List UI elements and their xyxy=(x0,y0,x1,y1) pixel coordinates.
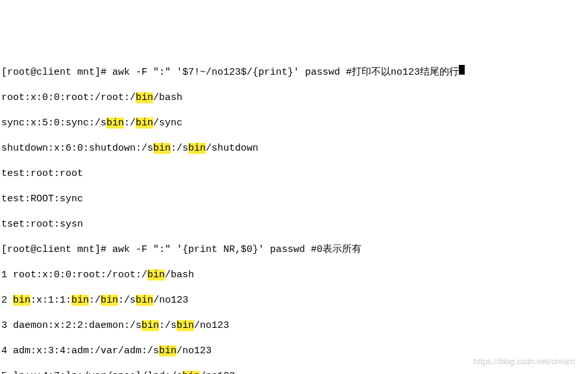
output-line: shutdown:x:6:0:shutdown:/sbin:/sbin/shut… xyxy=(1,142,587,155)
highlight-bin: bin xyxy=(182,371,200,375)
highlight-bin: bin xyxy=(177,320,194,331)
command-text: awk -F ":" '$7!~/no123$/{print}' passwd xyxy=(112,67,346,78)
prompt: [root@client mnt]# xyxy=(1,67,112,78)
highlight-bin: bin xyxy=(13,295,31,306)
watermark-text: https://blog.csdn.net/dream xyxy=(473,356,575,368)
comment-text: #打印不以no123结尾的行 xyxy=(346,67,459,78)
highlight-bin: bin xyxy=(141,320,159,331)
comment-text: #0表示所有 xyxy=(311,244,361,255)
output-line: 5 lp:x:4:7:lp:/var/spool/lpd:/sbin/no123 xyxy=(1,370,587,375)
output-line: 1 root:x:0:0:root:/root:/bin/bash xyxy=(1,269,587,282)
highlight-bin: bin xyxy=(136,295,153,306)
prompt: [root@client mnt]# xyxy=(1,244,112,255)
output-line: test:root:root xyxy=(1,168,587,181)
command-text: awk -F ":" '{print NR,$0}' passwd xyxy=(112,244,311,255)
highlight-bin: bin xyxy=(71,295,89,306)
output-line: sync:x:5:0:sync:/sbin:/bin/sync xyxy=(1,117,587,130)
output-line: 2 bin:x:1:1:bin:/bin:/sbin/no123 xyxy=(1,294,587,307)
highlight-bin: bin xyxy=(147,269,165,280)
highlight-bin: bin xyxy=(159,345,177,356)
output-line: tset:root:sysn xyxy=(1,218,587,231)
highlight-bin: bin xyxy=(136,92,153,103)
highlight-bin: bin xyxy=(153,143,171,154)
output-line: 3 daemon:x:2:2:daemon:/sbin:/sbin/no123 xyxy=(1,319,587,332)
command-line-1: [root@client mnt]# awk -F ":" '$7!~/no12… xyxy=(1,65,587,79)
output-line: test:ROOT:sync xyxy=(1,193,587,206)
highlight-bin: bin xyxy=(136,118,153,129)
highlight-bin: bin xyxy=(188,143,206,154)
command-line-2: [root@client mnt]# awk -F ":" '{print NR… xyxy=(1,243,587,256)
highlight-bin: bin xyxy=(101,295,118,306)
terminal-output: [root@client mnt]# awk -F ":" '$7!~/no12… xyxy=(1,52,587,374)
highlight-bin: bin xyxy=(106,118,124,129)
output-line: 4 adm:x:3:4:adm:/var/adm:/sbin/no123 xyxy=(1,345,587,358)
output-line: root:x:0:0:root:/root:/bin/bash xyxy=(1,92,587,105)
cursor xyxy=(459,65,465,75)
